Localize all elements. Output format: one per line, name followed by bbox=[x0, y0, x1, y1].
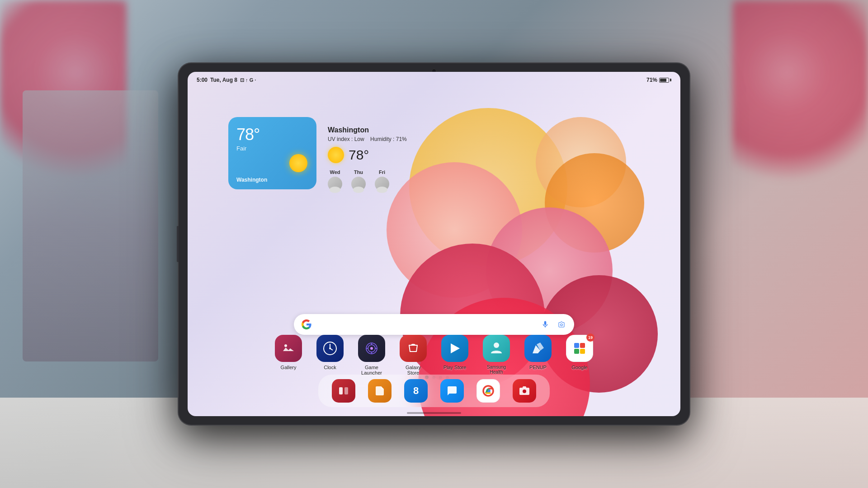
home-gesture-bar[interactable] bbox=[407, 412, 461, 414]
svg-point-13 bbox=[494, 343, 499, 348]
svg-rect-16 bbox=[574, 349, 579, 354]
forecast-thu: Thu bbox=[351, 169, 366, 193]
weather-temp: 78° bbox=[236, 125, 308, 144]
weather-ext-temp: 78° bbox=[349, 147, 369, 163]
weather-ext-sun-icon bbox=[328, 147, 344, 163]
weather-condition: Fair bbox=[236, 145, 308, 152]
status-bar: 5:00 Tue, Aug 8 ⊡ ↑ G · 71% bbox=[188, 72, 680, 88]
app-gamelauncher[interactable]: Game Launcher bbox=[358, 335, 385, 375]
weather-extended: Washington UV index : Low Humidity : 71%… bbox=[328, 126, 407, 193]
svg-point-5 bbox=[329, 347, 331, 349]
gallery-label: Gallery bbox=[281, 365, 297, 370]
search-action-icons bbox=[540, 319, 567, 330]
svg-rect-15 bbox=[580, 343, 585, 348]
gamelauncher-icon bbox=[358, 335, 385, 362]
playstore-icon bbox=[441, 335, 468, 362]
status-left: 5:00 Tue, Aug 8 ⊡ ↑ G · bbox=[197, 77, 256, 83]
weather-ext-forecast: Wed Thu Fri bbox=[328, 169, 407, 193]
forecast-icon-fri bbox=[375, 177, 389, 191]
dock-camera-app[interactable] bbox=[513, 379, 536, 403]
forecast-wed: Wed bbox=[328, 169, 342, 193]
bg-flowers-right bbox=[732, 0, 868, 181]
tablet-device: 5:00 Tue, Aug 8 ⊡ ↑ G · 71% 78° Fair Was… bbox=[179, 63, 689, 425]
app-google[interactable]: 19 Google bbox=[566, 335, 593, 370]
weather-widget-small[interactable]: 78° Fair Washington bbox=[228, 117, 316, 189]
voice-search-icon[interactable] bbox=[540, 319, 551, 330]
samsunghealth-icon bbox=[483, 335, 510, 362]
svg-point-8 bbox=[370, 347, 373, 350]
app-penup[interactable]: PENUP bbox=[524, 335, 552, 370]
weather-city: Washington bbox=[236, 177, 267, 183]
forecast-fri: Fri bbox=[375, 169, 389, 193]
battery-icon bbox=[659, 78, 671, 83]
gallery-icon bbox=[275, 335, 302, 362]
app-dock: 8 bbox=[318, 375, 550, 407]
dock-powr-app[interactable] bbox=[332, 379, 355, 403]
galaxystore-icon bbox=[400, 335, 427, 362]
humidity-info: Humidity : 71% bbox=[370, 136, 407, 142]
visual-search-icon[interactable] bbox=[556, 319, 567, 330]
status-time: 5:00 bbox=[197, 77, 208, 83]
weather-sun-icon bbox=[289, 154, 307, 172]
svg-point-22 bbox=[523, 389, 526, 393]
app-playstore[interactable]: Play Store bbox=[441, 335, 468, 370]
svg-rect-19 bbox=[344, 387, 348, 394]
google-badge: 19 bbox=[586, 333, 594, 342]
battery-percent: 71% bbox=[646, 77, 657, 83]
svg-rect-18 bbox=[339, 387, 343, 394]
galaxystore-label: Galaxy Store bbox=[400, 365, 427, 375]
app-samsunghealth[interactable]: Samsung Health bbox=[483, 335, 510, 375]
battery-fill bbox=[660, 79, 666, 82]
app-gallery[interactable]: Gallery bbox=[275, 335, 302, 370]
penup-icon bbox=[524, 335, 552, 362]
weather-ext-info: UV index : Low Humidity : 71% bbox=[328, 136, 407, 142]
forecast-icon-thu bbox=[351, 177, 366, 191]
google-app-icon: 19 bbox=[566, 335, 593, 362]
status-right: 71% bbox=[646, 77, 671, 83]
google-logo bbox=[301, 319, 312, 330]
tablet-screen: 5:00 Tue, Aug 8 ⊡ ↑ G · 71% 78° Fair Was… bbox=[188, 72, 680, 416]
uv-info: UV index : Low bbox=[328, 136, 364, 142]
svg-point-0 bbox=[561, 324, 563, 326]
app-clock[interactable]: Clock bbox=[316, 335, 344, 370]
home-screen-apps: Gallery Clock bbox=[275, 335, 593, 375]
battery-tip bbox=[670, 79, 671, 81]
status-indicators: ⊡ ↑ G · bbox=[240, 77, 256, 83]
battery-body bbox=[659, 78, 669, 83]
google-search-bar[interactable] bbox=[294, 314, 574, 335]
weather-ext-city: Washington bbox=[328, 126, 407, 134]
dock-files-app[interactable] bbox=[368, 379, 392, 403]
penup-label: PENUP bbox=[529, 365, 547, 370]
forecast-icon-wed bbox=[328, 177, 342, 191]
calendar-day-number: 8 bbox=[413, 385, 419, 397]
dock-calendar-app[interactable]: 8 bbox=[404, 379, 428, 403]
svg-rect-14 bbox=[574, 343, 579, 348]
samsunghealth-label: Samsung Health bbox=[483, 365, 510, 375]
side-button[interactable] bbox=[177, 226, 179, 262]
bg-bench bbox=[23, 90, 158, 361]
svg-rect-17 bbox=[580, 349, 585, 354]
svg-point-1 bbox=[284, 344, 287, 347]
clock-label: Clock bbox=[324, 365, 336, 370]
clock-icon bbox=[316, 335, 344, 362]
google-label: Google bbox=[571, 365, 587, 370]
app-galaxystore[interactable]: Galaxy Store bbox=[400, 335, 427, 375]
playstore-label: Play Store bbox=[443, 365, 467, 370]
weather-ext-main: 78° bbox=[328, 147, 407, 163]
dock-messages-app[interactable] bbox=[440, 379, 464, 403]
status-date: Tue, Aug 8 bbox=[210, 77, 237, 83]
dock-chrome-app[interactable] bbox=[476, 379, 500, 403]
gamelauncher-label: Game Launcher bbox=[358, 365, 385, 375]
